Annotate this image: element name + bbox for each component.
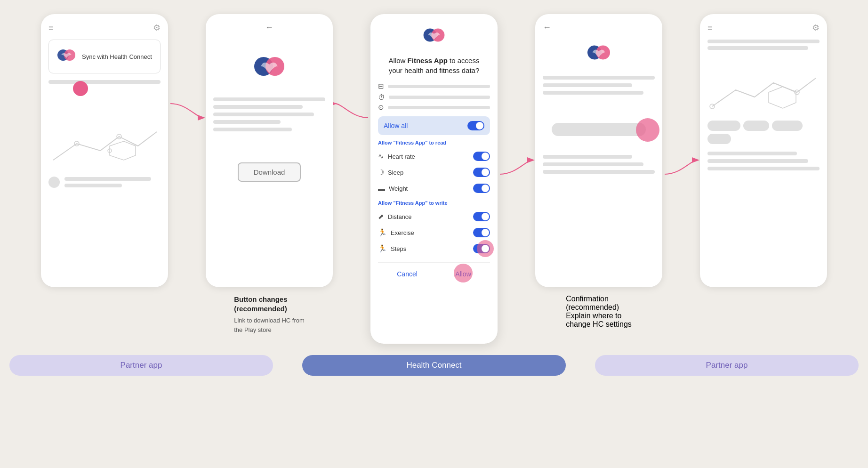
phone2-textlines <box>213 95 325 134</box>
sleep-label: Sleep <box>388 169 403 176</box>
hc-logo-center <box>378 23 490 51</box>
phone2-desc: Button changes(recommended) Link to down… <box>234 295 305 334</box>
phone4: ← <box>535 14 662 287</box>
phone2-desc-text: Link to download HC fromthe Play store <box>234 316 305 334</box>
gear-icon-5: ⚙ <box>812 23 820 33</box>
phone3-col: Allow Fitness App to accessyour health a… <box>370 14 498 344</box>
phone1: ≡ ⚙ Sync with Health Connect <box>41 14 168 287</box>
phone4-desc-text: Explain where tochange HC settings <box>566 312 632 329</box>
steps-pink-dot <box>477 240 494 257</box>
weight-toggle[interactable] <box>473 184 490 193</box>
allow-all-row[interactable]: Allow all <box>378 116 490 135</box>
phone5-bottom-bars <box>707 152 820 170</box>
perm-sleep: ☽ Sleep <box>378 164 490 180</box>
phone5-chart-svg <box>707 59 820 121</box>
p5b1 <box>707 40 820 43</box>
exercise-toggle[interactable] <box>473 228 490 237</box>
chart-svg <box>48 118 161 169</box>
weight-icon: ▬ <box>378 185 385 193</box>
perm-steps: 🏃 Steps <box>378 241 490 257</box>
tb1 <box>213 97 325 101</box>
allow-wrap: Allow <box>446 267 480 281</box>
menu-icon-5: ≡ <box>707 23 713 33</box>
back-icon-4[interactable]: ← <box>543 23 551 32</box>
phone5-header: ≡ ⚙ <box>707 23 820 33</box>
download-button[interactable]: Download <box>238 162 301 182</box>
phone5: ≡ ⚙ <box>700 14 827 287</box>
perm-heartrate: ∿ Heart rate <box>378 148 490 164</box>
label-spacer2 <box>575 355 595 376</box>
pill3 <box>772 121 803 131</box>
p4b1 <box>543 76 655 80</box>
phone4-bars <box>543 76 655 95</box>
perm-weight: ▬ Weight <box>378 180 490 196</box>
p4b2 <box>543 83 632 87</box>
label-health-connect: Health Connect <box>302 355 566 376</box>
label-partner-app-1: Partner app <box>9 355 273 376</box>
sync-row[interactable]: Sync with Health Connect <box>48 40 161 73</box>
phone4-desc: Confirmation(recommended) Explain where … <box>566 295 632 329</box>
p4b4 <box>543 155 632 159</box>
main-row: ≡ ⚙ Sync with Health Connect <box>9 14 859 344</box>
phone1-header: ≡ ⚙ <box>48 23 161 33</box>
phone4-more-bars <box>543 155 655 174</box>
allow-all-toggle[interactable] <box>467 121 484 130</box>
perm-distance: ⬈ Distance <box>378 209 490 225</box>
filter-bar-3 <box>388 106 490 109</box>
allow-pink-dot <box>454 264 473 282</box>
pill2 <box>743 121 769 131</box>
steps-toggle[interactable] <box>473 244 490 253</box>
heartrate-toggle[interactable] <box>473 152 490 161</box>
bottom-labels: Partner app Health Connect Partner app <box>9 355 859 376</box>
tb4 <box>213 120 281 124</box>
filter-bar-2 <box>389 96 490 99</box>
arrow4-svg <box>662 155 700 184</box>
conf-bar <box>571 128 627 131</box>
cancel-button[interactable]: Cancel <box>387 267 427 281</box>
confirm-bar <box>552 123 646 136</box>
confirm-pink-dot <box>636 118 659 142</box>
arrow2-svg <box>333 99 370 127</box>
p4b6 <box>543 170 655 174</box>
phone1-chart <box>48 118 161 165</box>
gear-icon: ⚙ <box>153 23 161 33</box>
gray-bar-b2 <box>64 184 122 187</box>
perm-sleep-left: ☽ Sleep <box>378 168 403 177</box>
hc-logo-phone2 <box>250 48 288 86</box>
phone1-bottom <box>48 174 161 190</box>
p5b4 <box>707 159 808 163</box>
phone5-pills <box>707 121 820 144</box>
exercise-label: Exercise <box>391 229 414 236</box>
filter-row-3: ⊙ <box>378 103 490 112</box>
distance-toggle[interactable] <box>473 212 490 221</box>
perm-distance-left: ⬈ Distance <box>378 212 412 221</box>
p4b5 <box>543 162 643 166</box>
sleep-toggle[interactable] <box>473 168 490 177</box>
pink-dot-1 <box>73 81 88 96</box>
perm-heartrate-left: ∿ Heart rate <box>378 152 415 161</box>
shield-icon: ⊙ <box>378 103 384 112</box>
phone3: Allow Fitness App to accessyour health a… <box>370 14 498 344</box>
steps-icon: 🏃 <box>378 244 387 253</box>
back-icon[interactable]: ← <box>265 23 273 32</box>
dialog-buttons: Cancel Allow <box>378 262 490 281</box>
perm-exercise-left: 🏃 Exercise <box>378 228 414 237</box>
perm-steps-left: 🏃 Steps <box>378 244 406 253</box>
gray-bar-1 <box>48 80 161 84</box>
phone5-top-bars <box>707 40 820 50</box>
perm-weight-left: ▬ Weight <box>378 185 408 193</box>
menu-icon: ≡ <box>48 23 54 33</box>
tb2 <box>213 105 303 109</box>
confirm-area <box>543 123 655 136</box>
read-section-label: Allow "Fitness App" to read <box>378 140 490 145</box>
arrow2 <box>333 99 370 127</box>
hc-logo-svg-phone4 <box>585 39 613 67</box>
heartrate-icon: ∿ <box>378 152 384 161</box>
phone4-title: Confirmation(recommended) <box>566 295 632 312</box>
phone2-desc-title: Button changes(recommended) <box>234 295 305 313</box>
distance-label: Distance <box>388 213 412 220</box>
clock-icon: ⏱ <box>378 93 385 101</box>
tb3 <box>213 113 314 116</box>
p4b3 <box>543 91 643 95</box>
arrow4 <box>662 155 700 184</box>
